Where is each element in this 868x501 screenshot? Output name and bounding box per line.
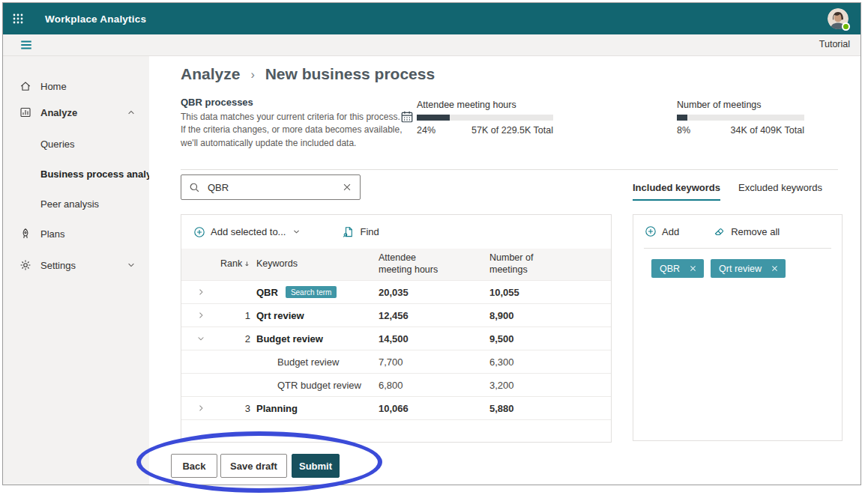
find-label: Find <box>360 226 379 237</box>
submit-button[interactable]: Submit <box>292 454 340 478</box>
meetings-cell: 3,200 <box>489 380 611 391</box>
sidebar-item-business-process-analysis[interactable]: Business process analysis <box>3 163 149 185</box>
sidebar-item-label: Business process analysis <box>40 168 165 180</box>
chip-label: Qrt review <box>719 264 762 274</box>
app-launcher-waffle-icon[interactable] <box>3 3 33 34</box>
meetings-cell: 5,880 <box>489 403 611 414</box>
chevron-down-icon[interactable] <box>196 334 205 343</box>
back-button[interactable]: Back <box>171 454 217 478</box>
search-input[interactable] <box>208 182 342 193</box>
chevron-right-icon[interactable] <box>196 288 205 297</box>
sidebar-item-settings[interactable]: Settings <box>3 254 149 276</box>
table-row[interactable]: 2 Budget review 14,500 9,500 <box>181 327 611 350</box>
clear-search-icon[interactable] <box>342 182 352 192</box>
chip-remove-icon[interactable] <box>771 264 779 273</box>
rank-cell: 3 <box>220 403 250 414</box>
tab-excluded-keywords[interactable]: Excluded keywords <box>738 182 822 201</box>
tutorial-link[interactable]: Tutorial <box>819 39 850 49</box>
keyword-search-box <box>181 174 361 200</box>
rank-cell: 1 <box>220 310 250 321</box>
breadcrumb: Analyze › New business process <box>181 65 435 83</box>
sidebar-nav: Home Analyze Queries Business process an… <box>3 56 149 485</box>
hours-cell: 12,456 <box>379 310 483 321</box>
circle-plus-icon <box>645 225 657 237</box>
chip-remove-icon[interactable] <box>689 264 697 273</box>
keyword-cell: Budget review <box>256 356 373 368</box>
meetings-cell: 8,900 <box>489 310 611 321</box>
chevron-right-icon[interactable] <box>196 311 205 320</box>
table-toolbar: Add selected to... Fin <box>181 215 611 249</box>
sort-descending-icon <box>244 261 250 269</box>
add-selected-to-button[interactable]: Add selected to... <box>193 226 301 238</box>
remove-all-label: Remove all <box>731 226 780 237</box>
chevron-right-icon[interactable] <box>196 404 205 413</box>
add-keyword-button[interactable]: Add <box>645 225 679 237</box>
top-app-bar: Workplace Analytics <box>3 3 861 34</box>
chevron-down-icon <box>292 228 301 236</box>
rank-cell: 2 <box>220 333 250 344</box>
column-header-keywords: Keywords <box>256 258 373 270</box>
hamburger-menu-icon[interactable] <box>19 38 34 53</box>
save-draft-button[interactable]: Save draft <box>220 454 287 478</box>
meetings-cell: 9,500 <box>489 333 611 344</box>
chevron-down-icon[interactable] <box>127 261 136 270</box>
sidebar-item-peer-analysis[interactable]: Peer analysis <box>3 192 149 215</box>
sidebar-item-label: Analyze <box>40 107 77 118</box>
hours-cell: 14,500 <box>379 333 483 344</box>
sidebar-item-analyze[interactable]: Analyze <box>3 101 149 124</box>
rank-header-label: Rank <box>220 258 242 270</box>
keyword-cell: Planning <box>256 403 298 414</box>
main-content: Analyze › New business process QBR proce… <box>149 56 861 485</box>
bar-chart-icon <box>19 106 31 118</box>
chevron-up-icon[interactable] <box>127 108 136 117</box>
find-document-icon <box>343 226 355 238</box>
keyword-cell: Qrt review <box>256 310 304 321</box>
sidebar-item-label: Plans <box>40 228 65 240</box>
chip-label: QBR <box>660 264 680 274</box>
process-name: QBR processes <box>181 97 253 108</box>
table-row-child[interactable]: Budget review 7,700 6,300 <box>181 350 611 373</box>
sidebar-item-queries[interactable]: Queries <box>3 133 149 155</box>
keyword-chip: QBR <box>651 259 704 278</box>
app-window: Workplace Analytics Tutorial <box>2 2 861 485</box>
table-row[interactable]: 1 Qrt review 12,456 8,900 <box>181 303 611 327</box>
user-avatar[interactable] <box>828 8 849 29</box>
eraser-icon <box>714 225 726 237</box>
keywords-tabs: Included keywords Excluded keywords <box>633 182 822 201</box>
table-row-child[interactable]: QTR budget review 6,800 3,200 <box>181 373 611 396</box>
process-description: This data matches your current criteria … <box>181 111 407 150</box>
meetings-cell: 10,055 <box>489 287 611 298</box>
tab-included-keywords[interactable]: Included keywords <box>633 182 720 201</box>
section-divider <box>181 169 838 170</box>
keyword-cell: QBR <box>256 287 278 298</box>
breadcrumb-section[interactable]: Analyze <box>181 65 240 83</box>
remove-all-button[interactable]: Remove all <box>714 225 780 237</box>
breadcrumb-separator: › <box>250 68 254 82</box>
home-icon <box>19 80 31 92</box>
find-button[interactable]: Find <box>343 226 379 238</box>
metric-percent: 8% <box>677 125 690 136</box>
keywords-table-panel: Add selected to... Fin <box>181 214 612 443</box>
sidebar-item-label: Peer analysis <box>40 198 99 210</box>
progress-bar <box>677 115 804 121</box>
table-row[interactable]: QBR Search term 20,035 10,055 <box>181 280 611 303</box>
progress-bar <box>417 115 553 121</box>
search-icon <box>189 182 200 193</box>
column-header-number-of-meetings: Number of meetings <box>489 252 545 276</box>
rocket-icon <box>19 228 31 240</box>
hours-cell: 6,800 <box>379 380 483 391</box>
metric-label: Number of meetings <box>677 100 804 110</box>
add-label: Add <box>662 226 679 237</box>
table-row[interactable]: 3 Planning 10,066 5,880 <box>181 396 611 419</box>
app-title: Workplace Analytics <box>45 13 146 25</box>
calendar-icon <box>400 110 414 124</box>
sidebar-item-plans[interactable]: Plans <box>3 222 149 245</box>
column-header-rank[interactable]: Rank <box>220 258 250 270</box>
metric-number-of-meetings: Number of meetings 8% 34K of 409K Total <box>677 100 804 136</box>
command-strip: Tutorial <box>3 34 861 56</box>
circle-plus-icon <box>193 226 205 238</box>
keyword-chip: Qrt review <box>711 259 786 278</box>
table-end-divider <box>181 419 611 420</box>
sidebar-item-home[interactable]: Home <box>3 75 149 97</box>
metric-attendee-meeting-hours: Attendee meeting hours 24% 57K of 229.5K… <box>417 100 553 136</box>
